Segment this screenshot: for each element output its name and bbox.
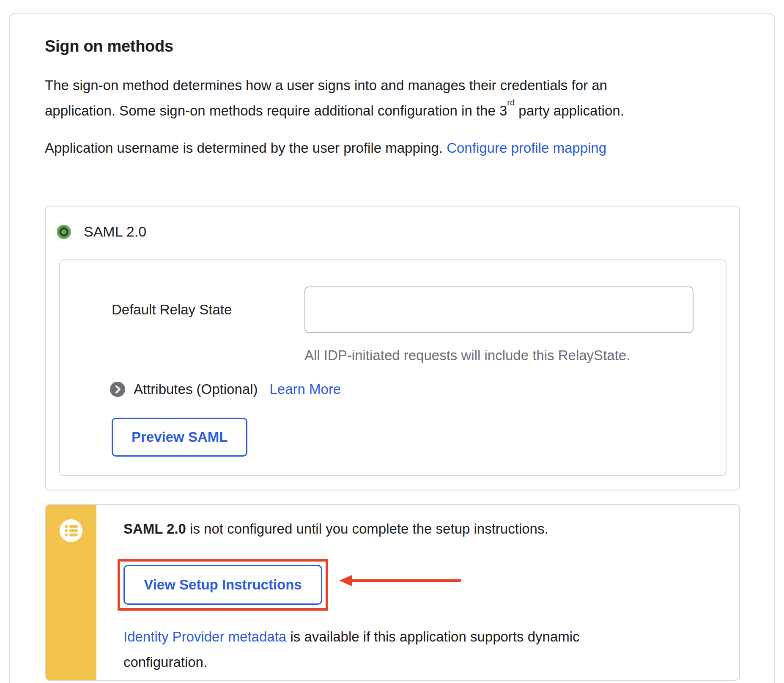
page-title: Sign on methods bbox=[45, 37, 748, 55]
metadata-note: Identity Provider metadata is available … bbox=[123, 624, 722, 675]
page: Sign on methods The sign-on method deter… bbox=[0, 0, 784, 683]
preview-saml-button[interactable]: Preview SAML bbox=[112, 418, 247, 457]
attributes-toggle[interactable]: Attributes (Optional) Learn More bbox=[110, 381, 726, 397]
intro-line-1: The sign-on method determines how a user… bbox=[45, 74, 748, 96]
warning-message: SAML 2.0 is not configured until you com… bbox=[123, 520, 722, 538]
attributes-learn-more-link[interactable]: Learn More bbox=[269, 381, 341, 397]
relay-state-label: Default Relay State bbox=[112, 302, 304, 318]
saml-settings-panel: Default Relay State All IDP-initiated re… bbox=[59, 259, 726, 476]
intro-line-2: application. Some sign-on methods requir… bbox=[45, 96, 748, 122]
setup-button-row: View Setup Instructions bbox=[118, 559, 722, 612]
warning-app-name: SAML 2.0 bbox=[123, 521, 186, 537]
saml-radio-selected-icon[interactable] bbox=[57, 225, 71, 239]
sign-on-methods-section: Sign on methods The sign-on method deter… bbox=[9, 13, 775, 683]
saml-method-card: SAML 2.0 Default Relay State All IDP-ini… bbox=[45, 206, 740, 490]
saml-radio-label[interactable]: SAML 2.0 bbox=[84, 223, 146, 240]
saml-radio-row: SAML 2.0 bbox=[57, 223, 726, 240]
intro-paragraph: The sign-on method determines how a user… bbox=[45, 74, 748, 122]
view-setup-instructions-button[interactable]: View Setup Instructions bbox=[123, 565, 322, 605]
arrow-left-icon bbox=[339, 575, 461, 586]
warning-body: SAML 2.0 is not configured until you com… bbox=[96, 505, 739, 680]
configure-profile-mapping-link[interactable]: Configure profile mapping bbox=[447, 140, 606, 156]
attributes-label[interactable]: Attributes (Optional) bbox=[134, 381, 258, 397]
relay-state-row: Default Relay State bbox=[60, 286, 726, 333]
setup-instructions-list-icon bbox=[60, 519, 82, 542]
identity-provider-metadata-link[interactable]: Identity Provider metadata bbox=[123, 629, 286, 644]
ordinal-superscript: rd bbox=[507, 98, 515, 107]
setup-warning-card: SAML 2.0 is not configured until you com… bbox=[45, 504, 740, 681]
username-note: Application username is determined by th… bbox=[45, 137, 748, 159]
relay-state-helper: All IDP-initiated requests will include … bbox=[304, 347, 726, 364]
relay-state-input[interactable] bbox=[304, 286, 694, 333]
chevron-right-icon[interactable] bbox=[110, 382, 125, 397]
annotation-highlight-box: View Setup Instructions bbox=[118, 559, 328, 611]
warning-stripe bbox=[46, 505, 96, 680]
